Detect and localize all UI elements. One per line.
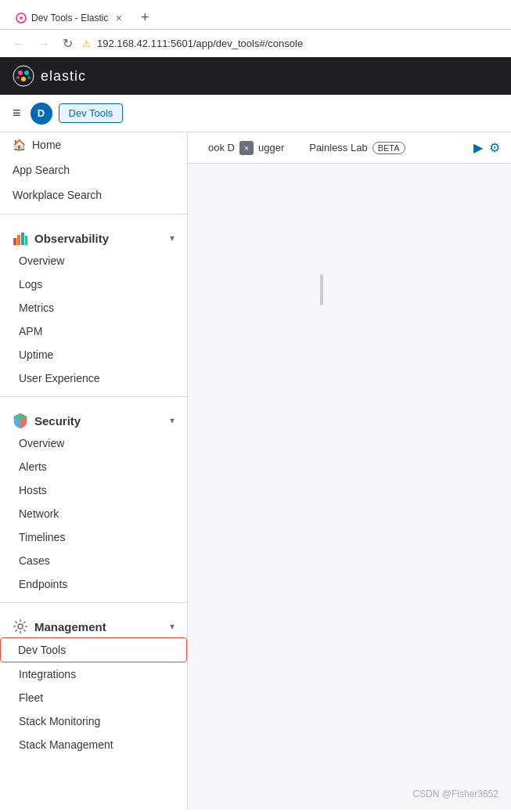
tab-title: Dev Tools - Elastic: [31, 13, 111, 23]
sidebar-item-mgmt-integrations[interactable]: Integrations: [0, 662, 187, 686]
divider-2: [0, 396, 187, 397]
sidebar-item-sec-alerts[interactable]: Alerts: [0, 455, 187, 478]
observability-label: Observability: [34, 232, 164, 245]
tab-debugger-label: ugger: [258, 142, 284, 153]
user-avatar[interactable]: D: [31, 103, 52, 125]
svg-rect-11: [25, 236, 27, 245]
observability-chevron: ▾: [170, 233, 175, 244]
svg-rect-10: [21, 233, 24, 245]
elastic-logo[interactable]: elastic: [13, 65, 86, 87]
tab-favicon: [16, 13, 27, 23]
observability-section-header[interactable]: Observability ▾: [0, 221, 187, 249]
content-tabs-bar: ook D × ugger Painless Lab BETA ▶ ⚙: [188, 132, 511, 164]
svg-point-5: [21, 77, 26, 81]
app-search-label: App Search: [13, 164, 70, 176]
home-label: Home: [32, 139, 61, 151]
main-layout: 🏠 Home App Search Workplace Search Obser…: [0, 132, 511, 810]
security-icon: [13, 413, 28, 428]
sidebar-item-mgmt-fleet[interactable]: Fleet: [0, 686, 187, 709]
management-items: Dev Tools Integrations Fleet Stack Monit…: [0, 637, 187, 756]
settings-button[interactable]: ⚙: [488, 139, 502, 157]
svg-point-4: [24, 70, 29, 75]
security-indicator-icon: ⚠: [82, 38, 91, 49]
workplace-search-label: Workplace Search: [13, 189, 102, 201]
home-icon: 🏠: [13, 139, 26, 151]
tab-notebook-label: ook D: [208, 142, 235, 153]
back-button[interactable]: ←: [9, 35, 28, 52]
sidebar-item-workplace-search[interactable]: Workplace Search: [0, 182, 187, 208]
security-section-header[interactable]: Security ▾: [0, 403, 187, 431]
toolbar: ≡ D Dev Tools: [0, 95, 511, 132]
tab-painless-label: Painless Lab: [309, 142, 367, 153]
svg-point-3: [18, 70, 23, 75]
sidebar-item-home[interactable]: 🏠 Home: [0, 132, 187, 157]
svg-point-7: [27, 76, 31, 79]
resize-handle[interactable]: [320, 274, 323, 305]
tab-painless-lab[interactable]: Painless Lab BETA: [298, 135, 416, 161]
app-header: elastic: [0, 57, 511, 95]
sidebar-item-mgmt-stack-monitoring[interactable]: Stack Monitoring: [0, 709, 187, 733]
svg-rect-9: [17, 235, 20, 245]
url-bar[interactable]: 192.168.42.111:5601/app/dev_tools#/conso…: [97, 38, 502, 49]
sidebar-item-mgmt-devtools[interactable]: Dev Tools: [0, 637, 187, 662]
svg-point-1: [20, 16, 23, 20]
browser-chrome: Dev Tools - Elastic × + ← → ↻ ⚠ 192.168.…: [0, 0, 511, 57]
observability-items: Overview Logs Metrics APM Uptime User Ex…: [0, 249, 187, 390]
sidebar-item-mgmt-stack-management[interactable]: Stack Management: [0, 733, 187, 756]
divider-3: [0, 602, 187, 603]
sidebar-item-obs-user-experience[interactable]: User Experience: [0, 366, 187, 390]
sidebar-item-app-search[interactable]: App Search: [0, 157, 187, 182]
sidebar-item-sec-hosts[interactable]: Hosts: [0, 478, 187, 502]
sidebar-item-sec-cases[interactable]: Cases: [0, 549, 187, 572]
security-items: Overview Alerts Hosts Network Timelines …: [0, 431, 187, 596]
observability-icon: [13, 230, 28, 246]
svg-point-6: [16, 76, 20, 79]
management-icon: [13, 619, 28, 634]
tab-bar: Dev Tools - Elastic × +: [0, 0, 511, 29]
svg-point-2: [13, 66, 34, 86]
refresh-button[interactable]: ↻: [59, 34, 76, 52]
sidebar-item-obs-apm[interactable]: APM: [0, 319, 187, 343]
management-chevron: ▾: [170, 621, 175, 632]
svg-rect-8: [13, 238, 16, 245]
sidebar-item-obs-logs[interactable]: Logs: [0, 272, 187, 296]
content-area: ook D × ugger Painless Lab BETA ▶ ⚙: [188, 132, 511, 810]
editor-area[interactable]: [188, 164, 511, 810]
sidebar-item-sec-overview[interactable]: Overview: [0, 431, 187, 455]
sidebar-item-sec-endpoints[interactable]: Endpoints: [0, 572, 187, 596]
address-bar: ← → ↻ ⚠ 192.168.42.111:5601/app/dev_tool…: [0, 29, 511, 57]
management-label: Management: [34, 620, 164, 633]
browser-tab-active[interactable]: Dev Tools - Elastic ×: [6, 7, 131, 29]
play-button[interactable]: ▶: [472, 139, 484, 157]
management-section-header[interactable]: Management ▾: [0, 609, 187, 637]
tab-action-icons: ▶ ⚙: [472, 139, 502, 157]
active-tool-button[interactable]: Dev Tools: [59, 103, 124, 123]
logo-text: elastic: [41, 68, 86, 85]
tab-close-btn[interactable]: ×: [116, 12, 122, 24]
tab-close-icon[interactable]: ×: [239, 141, 254, 155]
hamburger-button[interactable]: ≡: [9, 102, 24, 125]
sidebar-item-obs-overview[interactable]: Overview: [0, 249, 187, 272]
svg-point-12: [18, 624, 23, 629]
forward-button[interactable]: →: [34, 35, 53, 52]
beta-badge: BETA: [372, 142, 405, 154]
tab-notebook-debugger[interactable]: ook D × ugger: [197, 135, 295, 161]
sidebar-item-sec-network[interactable]: Network: [0, 502, 187, 525]
elastic-logo-icon: [13, 65, 34, 87]
sidebar-item-obs-uptime[interactable]: Uptime: [0, 343, 187, 366]
security-label: Security: [34, 414, 164, 428]
sidebar: 🏠 Home App Search Workplace Search Obser…: [0, 132, 188, 810]
divider-1: [0, 214, 187, 215]
sidebar-item-obs-metrics[interactable]: Metrics: [0, 296, 187, 319]
security-chevron: ▾: [170, 415, 175, 426]
new-tab-button[interactable]: +: [135, 6, 156, 29]
sidebar-item-sec-timelines[interactable]: Timelines: [0, 525, 187, 549]
watermark: CSDN @Fisher3652: [412, 789, 498, 799]
